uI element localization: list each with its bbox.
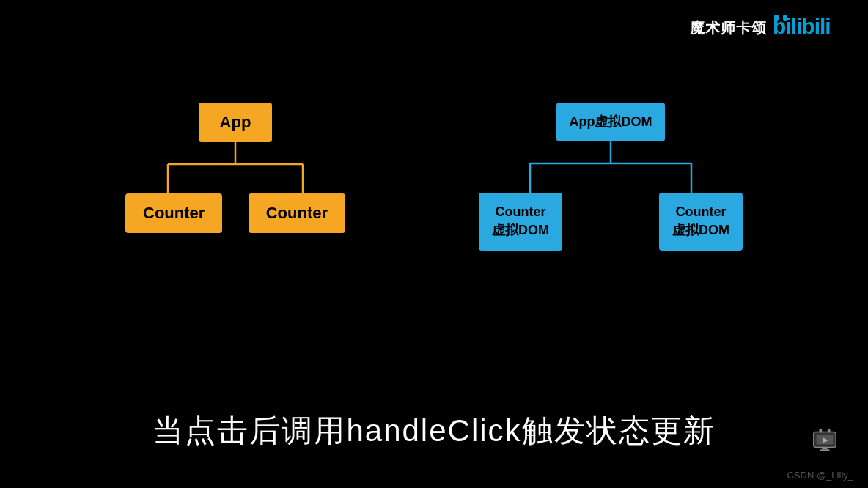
- svg-rect-13: [819, 429, 822, 433]
- svg-rect-1: [774, 15, 779, 21]
- left-tree: App Counter Counter: [118, 103, 353, 233]
- svg-rect-16: [820, 449, 829, 451]
- right-tree-children: Counter 虚拟DOM Counter 虚拟DOM: [471, 193, 750, 250]
- left-child1-node: Counter: [125, 193, 222, 233]
- right-child1-line1: Counter: [496, 204, 546, 219]
- right-child2-line1: Counter: [676, 204, 727, 219]
- left-root-node: App: [199, 103, 272, 142]
- left-tree-root-row: App: [118, 103, 353, 142]
- right-connector-svg: [471, 141, 750, 193]
- svg-rect-15: [822, 447, 828, 449]
- svg-text:bilibili: bilibili: [773, 14, 831, 38]
- left-tree-children: Counter Counter: [118, 193, 353, 233]
- right-child2-line2: 虚拟DOM: [672, 223, 729, 237]
- watermark-chinese: 魔术师卡颂: [690, 18, 767, 38]
- right-child1-node: Counter 虚拟DOM: [479, 193, 562, 250]
- left-tree-connector: [118, 142, 353, 193]
- bilibili-logo: bilibili: [773, 13, 846, 43]
- tv-icon: [811, 425, 839, 453]
- svg-rect-2: [783, 15, 787, 21]
- right-child1-line2: 虚拟DOM: [492, 223, 549, 237]
- left-child2-node: Counter: [249, 193, 345, 233]
- svg-rect-14: [828, 429, 831, 433]
- right-child2-node: Counter 虚拟DOM: [659, 193, 743, 250]
- right-tree-root-row: App虚拟DOM: [471, 103, 750, 141]
- right-tree: App虚拟DOM Counter 虚拟DOM Counter 虚拟DOM: [471, 103, 750, 251]
- right-root-node: App虚拟DOM: [556, 103, 666, 141]
- bottom-caption: 当点击后调用handleClick触发状态更新: [0, 410, 868, 451]
- watermark: 魔术师卡颂 bilibili: [690, 13, 846, 43]
- csdn-watermark: CSDN @_Lilly_: [787, 470, 854, 481]
- diagrams-container: App Counter Counter App虚拟DOM: [0, 103, 868, 251]
- right-tree-connector: [471, 141, 750, 193]
- left-connector-svg: [118, 142, 353, 193]
